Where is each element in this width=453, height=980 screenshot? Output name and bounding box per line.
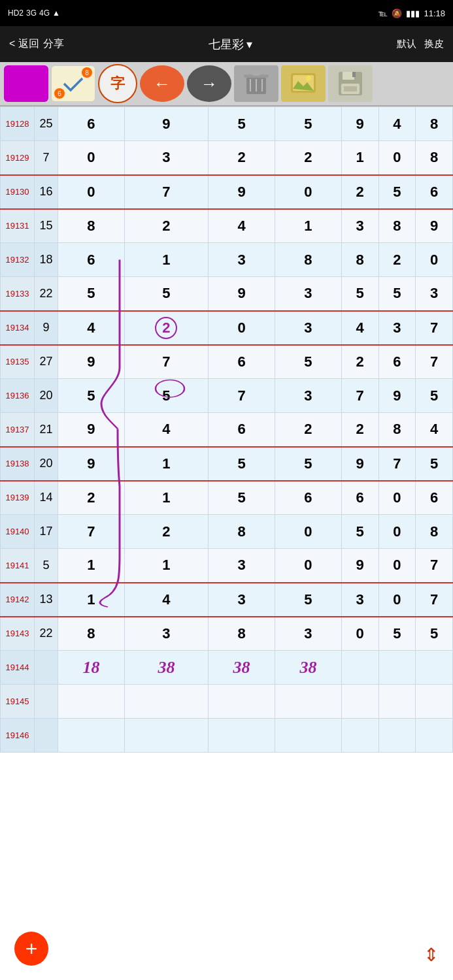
badge-8: 8 bbox=[82, 67, 92, 78]
row-num bbox=[341, 651, 378, 685]
row-id: 19144 bbox=[1, 651, 35, 685]
row-sum: 13 bbox=[35, 583, 58, 617]
row-num bbox=[275, 685, 341, 719]
badge-6: 6 bbox=[54, 88, 65, 99]
row-num: 5 bbox=[416, 379, 453, 413]
default-button[interactable]: 默认 bbox=[397, 38, 416, 50]
row-num: 0 bbox=[58, 141, 125, 175]
back-arrow-btn[interactable]: ← bbox=[140, 65, 184, 102]
add-float-button[interactable]: + bbox=[14, 932, 48, 966]
row-num: 8 bbox=[378, 413, 416, 447]
row-num: 5 bbox=[275, 107, 341, 141]
row-num: 5 bbox=[416, 617, 453, 651]
trash-btn[interactable] bbox=[234, 65, 278, 102]
row-num: 1 bbox=[275, 209, 341, 243]
row-num: 4 bbox=[58, 311, 125, 345]
row-num: 38 bbox=[275, 651, 341, 685]
row-num: 3 bbox=[209, 243, 275, 277]
table-row: 19140177280508 bbox=[1, 515, 453, 549]
nav-title[interactable]: 七星彩 ▾ bbox=[209, 37, 252, 52]
row-num: 4 bbox=[378, 107, 416, 141]
zi-label: 字 bbox=[110, 74, 125, 93]
row-num bbox=[378, 685, 416, 719]
row-num: 5 bbox=[275, 447, 341, 481]
row-num: 7 bbox=[416, 549, 453, 583]
check-btn[interactable]: 8 6 bbox=[51, 65, 95, 102]
table-row: 19145 bbox=[1, 685, 453, 719]
fwd-arrow-btn[interactable]: → bbox=[187, 65, 231, 102]
row-num: 1 bbox=[124, 481, 208, 515]
row-num: 3 bbox=[341, 209, 378, 243]
row-num bbox=[124, 685, 208, 719]
share-button[interactable]: 分享 bbox=[43, 37, 64, 51]
row-num bbox=[275, 719, 341, 753]
save-btn[interactable] bbox=[328, 65, 373, 102]
row-num: 9 bbox=[209, 175, 275, 209]
row-num: 9 bbox=[378, 379, 416, 413]
row-id: 19134 bbox=[1, 311, 35, 345]
row-num: 8 bbox=[58, 617, 125, 651]
skin-button[interactable]: 换皮 bbox=[424, 38, 444, 50]
status-left: HD2 3G 4G ▲ bbox=[8, 8, 60, 18]
svg-rect-2 bbox=[252, 72, 260, 76]
row-num: 3 bbox=[209, 583, 275, 617]
row-num: 7 bbox=[209, 379, 275, 413]
row-num: 5 bbox=[341, 277, 378, 311]
svg-rect-12 bbox=[352, 72, 356, 77]
row-num: 18 bbox=[58, 651, 125, 685]
row-num: 8 bbox=[275, 243, 341, 277]
row-num: 2 bbox=[58, 481, 125, 515]
row-num: 2 bbox=[378, 243, 416, 277]
table-row: 19128256955948 bbox=[1, 107, 453, 141]
row-num: 2 bbox=[124, 515, 208, 549]
row-id: 19135 bbox=[1, 345, 35, 379]
row-sum: 22 bbox=[35, 617, 58, 651]
nav-left[interactable]: < 返回 分享 bbox=[9, 37, 64, 51]
zi-btn[interactable]: 字 bbox=[98, 64, 137, 103]
row-num: 5 bbox=[124, 277, 208, 311]
table-row: 19137219462284 bbox=[1, 413, 453, 447]
row-num: 9 bbox=[341, 549, 378, 583]
row-num: 0 bbox=[378, 583, 416, 617]
row-num: 6 bbox=[416, 481, 453, 515]
row-num: 2 bbox=[275, 413, 341, 447]
photo-btn[interactable] bbox=[281, 65, 326, 102]
bell-icon: 🔕 bbox=[392, 8, 402, 18]
row-num: 0 bbox=[275, 515, 341, 549]
row-num: 0 bbox=[275, 549, 341, 583]
row-num: 38 bbox=[124, 651, 208, 685]
svg-rect-14 bbox=[344, 86, 357, 91]
row-num: 7 bbox=[416, 311, 453, 345]
dropdown-icon[interactable]: ▾ bbox=[246, 37, 252, 52]
row-id: 19138 bbox=[1, 447, 35, 481]
bluetooth-icon: ℡ bbox=[378, 8, 388, 18]
svg-point-9 bbox=[306, 76, 311, 81]
row-num: 9 bbox=[341, 447, 378, 481]
back-button[interactable]: < 返回 bbox=[9, 37, 39, 51]
row-num: 3 bbox=[124, 141, 208, 175]
row-num: 9 bbox=[124, 107, 208, 141]
row-num: 0 bbox=[416, 243, 453, 277]
row-num: 0 bbox=[341, 617, 378, 651]
row-id: 19146 bbox=[1, 719, 35, 753]
row-sum: 9 bbox=[35, 311, 58, 345]
row-id: 19132 bbox=[1, 243, 35, 277]
scroll-float-button[interactable]: ⇕ bbox=[424, 944, 439, 966]
row-num: 5 bbox=[416, 447, 453, 481]
row-num: 1 bbox=[124, 447, 208, 481]
row-num: 5 bbox=[209, 447, 275, 481]
row-num: 0 bbox=[378, 549, 416, 583]
table-row: 19131158241389 bbox=[1, 209, 453, 243]
row-num: 4 bbox=[124, 413, 208, 447]
row-num bbox=[209, 719, 275, 753]
color-purple-btn[interactable] bbox=[4, 65, 48, 102]
status-bar: HD2 3G 4G ▲ ℡ 🔕 ▮▮▮ 11:18 bbox=[0, 0, 453, 26]
row-num: 8 bbox=[341, 243, 378, 277]
row-num: 8 bbox=[378, 209, 416, 243]
row-id: 19145 bbox=[1, 685, 35, 719]
row-sum: 14 bbox=[35, 481, 58, 515]
row-num: 8 bbox=[416, 141, 453, 175]
row-num: 38 bbox=[209, 651, 275, 685]
row-num: 6 bbox=[416, 175, 453, 209]
row-num: 2 bbox=[341, 345, 378, 379]
